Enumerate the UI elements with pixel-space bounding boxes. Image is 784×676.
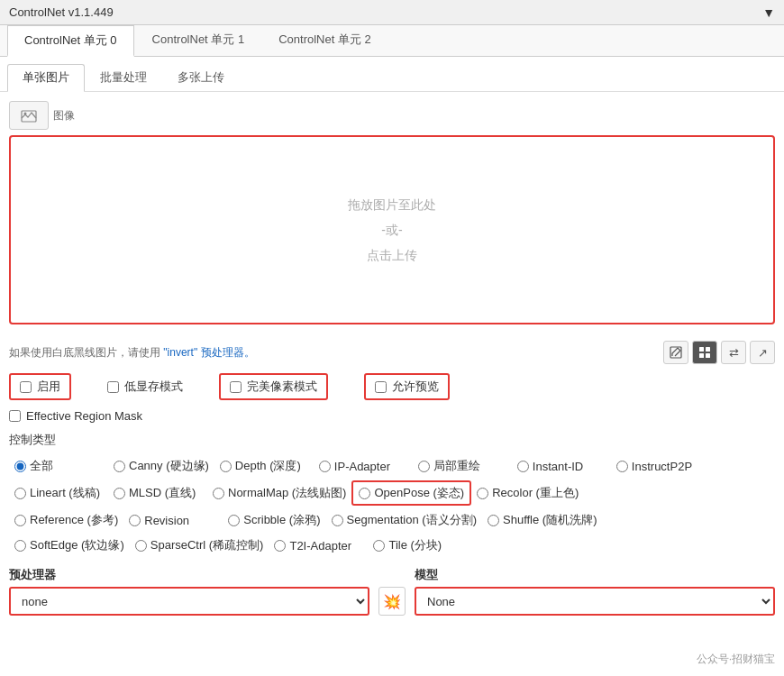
model-select[interactable]: None — [416, 594, 773, 609]
effective-mask-checkbox[interactable] — [9, 410, 21, 422]
radio-t2i-input[interactable] — [274, 540, 286, 552]
radio-recolor[interactable]: Recolor (重上色) — [471, 482, 584, 504]
radio-recolor-label[interactable]: Recolor (重上色) — [492, 485, 579, 501]
edit-image-button[interactable] — [663, 341, 688, 364]
radio-normalmap[interactable]: NormalMap (法线贴图) — [207, 482, 351, 504]
radio-segmentation-label[interactable]: Segmentation (语义分割) — [347, 512, 478, 528]
pixel-perfect-checkbox[interactable] — [230, 381, 242, 393]
sub-tab-single[interactable]: 单张图片 — [7, 64, 85, 92]
radio-mlsd[interactable]: MLSD (直线) — [108, 482, 207, 504]
run-preprocessor-button[interactable]: 💥 — [378, 587, 406, 616]
sub-tab-multi[interactable]: 多张上传 — [162, 64, 240, 91]
preprocessor-select[interactable]: none invert openpose canny — [11, 594, 368, 609]
control-type-label: 控制类型 — [0, 426, 784, 452]
radio-tile[interactable]: Tile (分块) — [368, 534, 467, 556]
radio-reference-label[interactable]: Reference (参考) — [30, 512, 118, 528]
radio-all-label[interactable]: 全部 — [30, 458, 53, 474]
radio-revision-input[interactable] — [129, 515, 141, 526]
radio-softedge-input[interactable] — [14, 540, 26, 552]
enable-checkbox[interactable] — [20, 381, 32, 393]
radio-t2i-label[interactable]: T2I-Adapter — [289, 539, 351, 553]
hint-text: 如果使用白底黑线图片，请使用 "invert" 预处理器。 — [9, 345, 255, 361]
radio-normalmap-label[interactable]: NormalMap (法线贴图) — [228, 485, 346, 501]
radio-p2p[interactable]: InstructP2P — [611, 457, 710, 476]
radio-all-input[interactable] — [14, 461, 26, 472]
radio-canny-input[interactable] — [114, 461, 125, 472]
sub-tab-batch[interactable]: 批量处理 — [85, 64, 162, 91]
svg-rect-5 — [699, 353, 704, 358]
radio-depth-input[interactable] — [220, 461, 232, 472]
radio-softedge[interactable]: SoftEdge (软边缘) — [9, 534, 130, 556]
radio-inpaint-label[interactable]: 局部重绘 — [433, 458, 480, 474]
radio-openpose-label[interactable]: OpenPose (姿态) — [374, 485, 464, 501]
control-type-row-2: Lineart (线稿) MLSD (直线) NormalMap (法线贴图) … — [9, 480, 775, 506]
allow-preview-label[interactable]: 允许预览 — [392, 379, 439, 395]
unit-tab-0[interactable]: ControlNet 单元 0 — [7, 25, 134, 57]
upload-section: 图像 拖放图片至此处 -或- 点击上传 — [0, 92, 784, 337]
svg-rect-6 — [706, 353, 710, 358]
radio-mlsd-input[interactable] — [114, 488, 125, 499]
low-memory-label[interactable]: 低显存模式 — [124, 379, 183, 395]
radio-scribble-label[interactable]: Scribble (涂鸦) — [243, 512, 320, 528]
radio-depth[interactable]: Depth (深度) — [214, 455, 314, 477]
radio-lineart-input[interactable] — [14, 488, 26, 499]
send-button[interactable]: ↗ — [750, 341, 775, 364]
swap-button[interactable]: ⇄ — [721, 341, 746, 364]
radio-all[interactable]: 全部 — [9, 455, 108, 477]
upload-dropzone[interactable]: 拖放图片至此处 -或- 点击上传 — [9, 135, 775, 324]
upload-icon-button[interactable] — [9, 101, 49, 130]
radio-ip-label[interactable]: IP-Adapter — [334, 460, 390, 473]
radio-instant-id[interactable]: Instant-ID — [512, 457, 611, 476]
radio-canny[interactable]: Canny (硬边缘) — [108, 455, 214, 477]
radio-inpaint-input[interactable] — [418, 461, 430, 472]
radio-revision[interactable]: Revision — [123, 511, 223, 530]
radio-sparsectrl[interactable]: SparseCtrl (稀疏控制) — [130, 534, 269, 556]
radio-softedge-label[interactable]: SoftEdge (软边缘) — [30, 537, 124, 553]
grid-view-button[interactable] — [692, 341, 717, 364]
radio-tile-label[interactable]: Tile (分块) — [388, 537, 442, 553]
radio-scribble[interactable]: Scribble (涂鸦) — [223, 509, 325, 531]
svg-rect-2 — [670, 347, 681, 358]
radio-mlsd-label[interactable]: MLSD (直线) — [129, 485, 196, 501]
radio-openpose-input[interactable] — [359, 488, 370, 499]
radio-inpaint[interactable]: 局部重绘 — [413, 455, 512, 477]
effective-mask-label[interactable]: Effective Region Mask — [26, 409, 142, 423]
radio-reference[interactable]: Reference (参考) — [9, 509, 123, 531]
bottom-section: 预处理器 none invert openpose canny 💥 模型 Non… — [0, 560, 784, 623]
radio-revision-label[interactable]: Revision — [144, 514, 189, 527]
radio-instant-label[interactable]: Instant-ID — [533, 460, 583, 473]
enable-label[interactable]: 启用 — [37, 379, 60, 395]
radio-segmentation[interactable]: Segmentation (语义分割) — [326, 509, 483, 531]
radio-p2p-input[interactable] — [616, 461, 628, 472]
radio-t2i[interactable]: T2I-Adapter — [269, 536, 368, 555]
radio-p2p-label[interactable]: InstructP2P — [632, 460, 692, 473]
radio-scribble-input[interactable] — [228, 515, 240, 526]
radio-sparsectrl-label[interactable]: SparseCtrl (稀疏控制) — [150, 537, 264, 553]
radio-canny-label[interactable]: Canny (硬边缘) — [129, 458, 209, 474]
radio-lineart[interactable]: Lineart (线稿) — [9, 482, 108, 504]
radio-depth-label[interactable]: Depth (深度) — [235, 458, 301, 474]
radio-shuffle[interactable]: Shuffle (随机洗牌) — [482, 509, 603, 531]
collapse-icon[interactable]: ▼ — [762, 5, 775, 20]
low-memory-checkbox[interactable] — [107, 381, 119, 393]
radio-ip-adapter[interactable]: IP-Adapter — [314, 457, 413, 476]
preprocessor-col: 预处理器 none invert openpose canny — [9, 567, 369, 616]
unit-tab-2[interactable]: ControlNet 单元 2 — [262, 25, 387, 56]
radio-normalmap-input[interactable] — [213, 488, 224, 499]
radio-tile-input[interactable] — [373, 540, 385, 552]
radio-instant-input[interactable] — [517, 461, 529, 472]
radio-lineart-label[interactable]: Lineart (线稿) — [30, 485, 100, 501]
radio-shuffle-input[interactable] — [488, 515, 499, 526]
radio-ip-input[interactable] — [319, 461, 331, 472]
radio-segmentation-input[interactable] — [332, 515, 343, 526]
radio-openpose[interactable]: OpenPose (姿态) — [351, 480, 471, 506]
pixel-perfect-label[interactable]: 完美像素模式 — [247, 379, 317, 395]
upload-label: 图像 — [53, 108, 75, 123]
allow-preview-checkbox[interactable] — [375, 381, 387, 393]
radio-recolor-input[interactable] — [477, 488, 488, 499]
radio-sparsectrl-input[interactable] — [135, 540, 147, 552]
radio-reference-input[interactable] — [14, 515, 26, 526]
unit-tab-1[interactable]: ControlNet 单元 1 — [136, 25, 261, 56]
svg-rect-4 — [706, 347, 710, 352]
radio-shuffle-label[interactable]: Shuffle (随机洗牌) — [503, 512, 597, 528]
